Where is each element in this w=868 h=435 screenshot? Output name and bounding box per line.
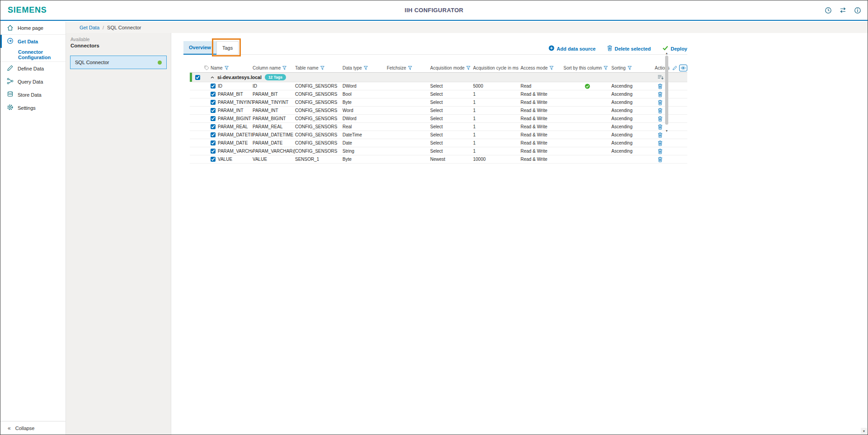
sidebar-item-store-data[interactable]: Store Data xyxy=(0,88,66,101)
deploy-button[interactable]: Deploy xyxy=(662,45,687,52)
visibility-toggle[interactable] xyxy=(679,65,687,71)
column-header-name[interactable]: Name xyxy=(211,65,253,70)
column-header-acquisition-mode[interactable]: Acquisition mode xyxy=(430,65,473,70)
column-header-actions[interactable]: Actions xyxy=(655,65,687,71)
delete-row-icon[interactable] xyxy=(658,132,662,138)
cell-acquisition-cycle: 5000 xyxy=(473,84,521,89)
column-header-fetchsize[interactable]: Fetchsize xyxy=(387,65,430,70)
sidebar-item-get-data[interactable]: Get Data xyxy=(0,35,66,48)
row-checkbox[interactable] xyxy=(211,108,216,113)
group-checkbox[interactable] xyxy=(195,75,200,80)
filter-icon[interactable] xyxy=(549,66,554,70)
edit-icon[interactable] xyxy=(672,65,677,70)
breadcrumb-get-data[interactable]: Get Data xyxy=(80,25,99,30)
scrollbar-thumb[interactable] xyxy=(665,56,668,125)
row-checkbox[interactable] xyxy=(211,116,216,121)
delete-row-icon[interactable] xyxy=(658,116,662,122)
app-window: SIEMENS IIH CONFIGURATOR Home page Get D… xyxy=(0,0,868,435)
table-scrollbar[interactable]: ▲ ▼ xyxy=(664,51,669,133)
cell-data-type: Real xyxy=(343,124,387,129)
header-actions xyxy=(825,7,861,14)
add-data-source-button[interactable]: Add data source xyxy=(549,45,596,52)
connectors-panel: Available Connectors SQL Connector xyxy=(66,33,171,435)
scroll-up-arrow[interactable]: ▲ xyxy=(664,51,669,55)
swap-icon[interactable] xyxy=(839,7,847,14)
filter-icon[interactable] xyxy=(320,66,324,70)
row-checkbox[interactable] xyxy=(211,157,216,162)
tag-name: PARAM_REAL xyxy=(218,124,248,129)
cell-actions xyxy=(655,140,687,146)
breadcrumb: Get Data / SQL Connector xyxy=(66,22,868,33)
cell-acquisition-cycle: 1 xyxy=(473,100,521,105)
cell-sorting: Ascending xyxy=(611,100,655,105)
delete-row-icon[interactable] xyxy=(658,124,662,130)
cell-access-mode: Read & Write xyxy=(521,116,563,121)
delete-row-icon[interactable] xyxy=(658,84,662,89)
cell-sorting: Ascending xyxy=(611,108,655,113)
row-checkbox[interactable] xyxy=(211,124,216,129)
sidebar-item-connector-configuration[interactable]: Connector Configuration xyxy=(0,48,66,61)
delete-row-icon[interactable] xyxy=(658,108,662,113)
sidebar-item-query-data[interactable]: Query Data xyxy=(0,75,66,88)
collapse-group-icon[interactable] xyxy=(211,76,214,79)
sidebar-item-settings[interactable]: Settings xyxy=(0,101,66,114)
filter-icon[interactable] xyxy=(225,66,229,70)
filter-icon[interactable] xyxy=(604,66,608,70)
row-checkbox[interactable] xyxy=(211,132,216,137)
row-checkbox[interactable] xyxy=(211,92,216,97)
delete-row-icon[interactable] xyxy=(658,157,662,162)
column-header-acquisition-cycle-in-ms[interactable]: Acquisition cycle in ms xyxy=(473,65,521,70)
row-checkbox[interactable] xyxy=(211,100,216,105)
cell-table-name: CONFIG_SENSORS xyxy=(295,116,343,121)
tag-name: PARAM_INT xyxy=(218,108,244,113)
row-checkbox[interactable] xyxy=(211,140,216,145)
cell-column-name: ID xyxy=(253,84,295,89)
filter-icon[interactable] xyxy=(628,66,632,70)
group-name: si-dev.axtesys.local xyxy=(217,75,262,80)
sidebar-item-define-data[interactable]: Define Data xyxy=(0,62,66,75)
page-scroll-down-button[interactable]: ▼ xyxy=(861,428,867,434)
delete-row-icon[interactable] xyxy=(658,140,662,146)
info-icon[interactable] xyxy=(854,7,861,14)
button-label: Delete selected xyxy=(615,46,651,51)
sidebar-item-label: Connector Configuration xyxy=(18,49,66,60)
filter-icon[interactable] xyxy=(408,66,412,70)
cell-data-type: Bool xyxy=(343,92,387,97)
cell-column-name: PARAM_BIGINT xyxy=(253,116,295,121)
filter-icon[interactable] xyxy=(282,66,286,70)
column-header-data-type[interactable]: Data type xyxy=(343,65,387,70)
cell-data-type: String xyxy=(343,149,387,154)
filter-icon[interactable] xyxy=(466,66,470,70)
column-header-sort-by-this-column[interactable]: Sort by this column xyxy=(563,65,611,70)
sidebar-item-home[interactable]: Home page xyxy=(0,22,66,35)
column-header-access-mode[interactable]: Access mode xyxy=(521,65,563,70)
add-tags-icon[interactable] xyxy=(657,75,664,80)
cell-data-type: Byte xyxy=(343,100,387,105)
filter-icon[interactable] xyxy=(364,66,368,70)
panel-title: Connectors xyxy=(66,42,171,48)
column-header-table-name[interactable]: Table name xyxy=(295,65,343,70)
clock-icon[interactable] xyxy=(825,7,832,14)
delete-row-icon[interactable] xyxy=(658,149,662,154)
scroll-down-arrow[interactable]: ▼ xyxy=(664,129,669,133)
tag-name-cell: ID xyxy=(211,84,253,89)
connector-item-sql[interactable]: SQL Connector xyxy=(70,56,167,69)
cell-actions xyxy=(655,149,687,154)
sorted-check-icon xyxy=(585,84,590,89)
row-checkbox[interactable] xyxy=(211,84,216,89)
sidebar-collapse-button[interactable]: « Collapse xyxy=(0,421,66,435)
column-header-column-name[interactable]: Column name xyxy=(253,65,295,70)
cell-column-name: PARAM_REAL xyxy=(253,124,295,129)
group-status-bar xyxy=(190,73,192,82)
row-checkbox[interactable] xyxy=(211,149,216,154)
cell-table-name: CONFIG_SENSORS xyxy=(295,149,343,154)
delete-row-icon[interactable] xyxy=(658,100,662,105)
tag-group-row[interactable]: si-dev.axtesys.local12 Tags xyxy=(190,73,687,82)
delete-selected-button[interactable]: Delete selected xyxy=(607,45,651,52)
delete-row-icon[interactable] xyxy=(658,92,662,97)
column-header-label: Table name xyxy=(295,65,319,70)
tag-name: ID xyxy=(218,84,222,89)
column-header-sorting[interactable]: Sorting xyxy=(611,65,655,70)
cell-acquisition-cycle: 1 xyxy=(473,149,521,154)
sidebar-item-label: Query Data xyxy=(18,79,43,84)
